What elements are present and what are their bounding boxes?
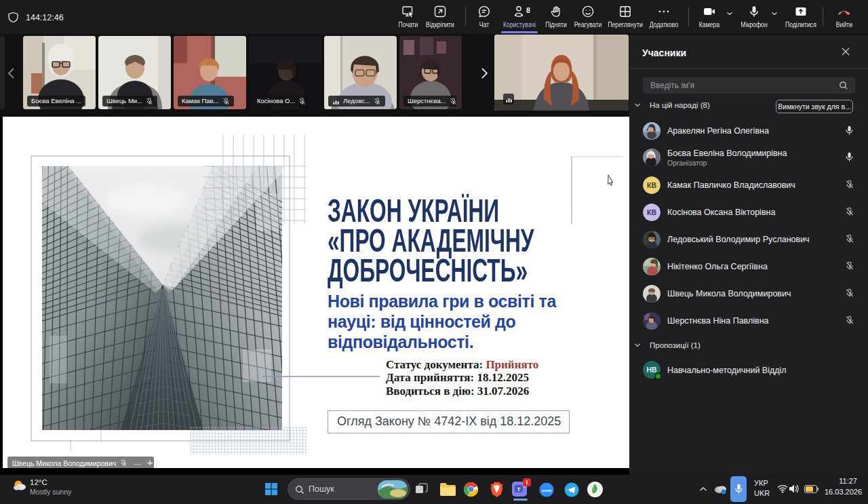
svg-text:zoom: zoom <box>542 488 551 492</box>
svg-text:T: T <box>517 486 521 492</box>
